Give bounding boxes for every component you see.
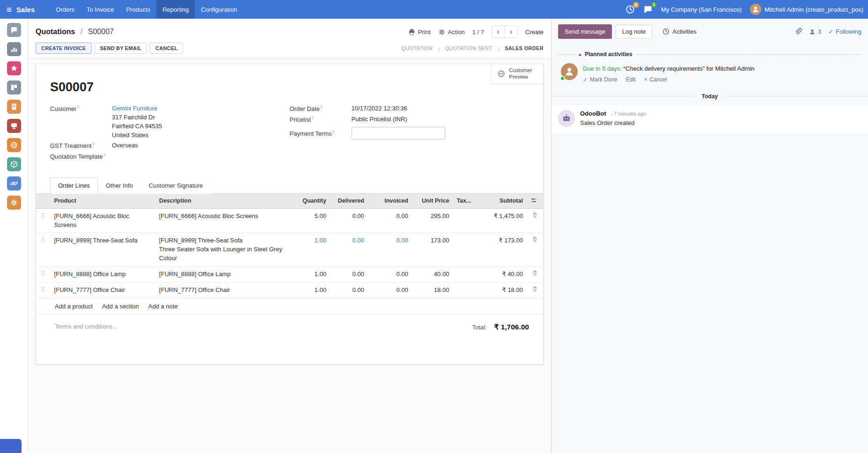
table-row[interactable]: [FURN_6666] Acoustic Bloc Screens [FURN_… [36, 208, 543, 233]
state-sales-order[interactable]: SALES ORDER [505, 45, 544, 51]
log-note-button[interactable]: Log note [616, 25, 653, 38]
mark-done-button[interactable]: ✓ Mark Done [583, 76, 618, 83]
invoiced-cell[interactable]: 0.00 [368, 233, 412, 267]
unit-price-cell[interactable]: 173.00 [412, 233, 453, 267]
add-section-link[interactable]: Add a section [102, 303, 139, 310]
apps-menu-toggle[interactable]: ≡ Sales [0, 0, 39, 19]
payment-terms-input[interactable] [352, 127, 445, 139]
edit-activity-button[interactable]: Edit [626, 76, 636, 83]
customer-link[interactable]: Gemini Furniture [112, 105, 157, 112]
sidebar-app-dashboards[interactable] [7, 42, 21, 56]
state-quotation-sent[interactable]: QUOTATION SENT [445, 45, 492, 51]
send-by-email-button[interactable]: SEND BY EMAIL [95, 43, 147, 54]
company-switcher[interactable]: My Company (San Francisco) [661, 6, 742, 13]
messages-systray-button[interactable]: 3 [643, 5, 653, 14]
unit-price-cell[interactable]: 295.00 [412, 208, 453, 233]
table-row[interactable]: [FURN_8999] Three-Seat Sofa [FURN_8999] … [36, 233, 543, 267]
gst-treatment-field-value[interactable]: Overseas [112, 142, 138, 149]
taxes-column-header[interactable]: Tax... [453, 194, 475, 209]
activities-systray-button[interactable]: 5 [625, 5, 635, 14]
breadcrumb-parent[interactable]: Quotations [36, 28, 75, 36]
quantity-cell[interactable]: 1.00 [296, 233, 330, 267]
quantity-column-header[interactable]: Quantity [296, 194, 330, 209]
quantity-cell[interactable]: 5.00 [296, 208, 330, 233]
order-date-field-value[interactable]: 10/17/2022 12:30:36 [352, 105, 407, 112]
product-column-header[interactable]: Product [51, 194, 155, 209]
customer-preview-button[interactable]: Customer Preview [491, 64, 543, 84]
drag-handle-icon[interactable] [36, 266, 51, 282]
sidebar-app-sales[interactable] [7, 80, 21, 95]
delete-row-button[interactable] [527, 208, 543, 233]
current-app-name[interactable]: Sales [16, 6, 35, 14]
description-cell[interactable]: [FURN_7777] Office Chair [155, 282, 296, 298]
description-cell[interactable]: [FURN_6666] Acoustic Bloc Screens [155, 208, 296, 233]
pricelist-field-value[interactable]: Public Pricelist (INR) [352, 116, 407, 123]
sidebar-app-inventory[interactable] [7, 157, 21, 171]
user-name[interactable]: Mitchell Admin (create_product_pos) [765, 6, 863, 13]
unit-price-cell[interactable]: 18.00 [412, 282, 453, 298]
delivered-cell[interactable]: 0.00 [330, 208, 368, 233]
description-cell[interactable]: [FURN_8888] Office Lamp [155, 266, 296, 282]
quantity-cell[interactable]: 1.00 [296, 282, 330, 298]
create-button[interactable]: Create [525, 29, 544, 36]
taxes-cell[interactable] [453, 266, 475, 282]
table-row[interactable]: [FURN_7777] Office Chair [FURN_7777] Off… [36, 282, 543, 298]
pager-next-button[interactable]: › [505, 26, 517, 37]
tab-order-lines[interactable]: Order Lines [50, 177, 98, 194]
cancel-button[interactable]: CANCEL [150, 43, 183, 54]
invoiced-cell[interactable]: 0.00 [368, 208, 412, 233]
product-cell[interactable]: [FURN_6666] Acoustic Bloc Screens [51, 208, 155, 233]
table-row[interactable]: [FURN_8888] Office Lamp [FURN_8888] Offi… [36, 266, 543, 282]
sidebar-app-website[interactable] [7, 138, 21, 152]
delivered-cell[interactable]: 0.00 [330, 282, 368, 298]
sidebar-bottom-widget[interactable] [0, 439, 22, 453]
menu-products[interactable]: Products [120, 0, 156, 19]
add-product-link[interactable]: Add a product [55, 303, 93, 310]
sidebar-app-invoicing[interactable] [7, 100, 21, 114]
menu-orders[interactable]: Orders [50, 0, 81, 19]
menu-to-invoice[interactable]: To Invoice [81, 0, 120, 19]
create-invoice-button[interactable]: CREATE INVOICE [36, 43, 92, 54]
delivered-column-header[interactable]: Delivered [330, 194, 368, 209]
drag-handle-icon[interactable] [36, 282, 51, 298]
sidebar-app-point-of-sale[interactable] [7, 119, 21, 133]
delete-row-button[interactable] [527, 266, 543, 282]
taxes-cell[interactable] [453, 208, 475, 233]
state-quotation[interactable]: QUOTATION [401, 45, 432, 51]
message-author[interactable]: OdooBot [580, 110, 606, 117]
description-cell[interactable]: [FURN_8999] Three-Seat Sofa Three Seater… [155, 233, 296, 267]
attach-files-button[interactable] [794, 28, 802, 36]
hamburger-icon[interactable]: ≡ [7, 5, 12, 14]
product-cell[interactable]: [FURN_8999] Three-Seat Sofa [51, 233, 155, 267]
unit-price-cell[interactable]: 40.00 [412, 266, 453, 282]
sidebar-app-crm[interactable] [7, 61, 21, 75]
invoiced-column-header[interactable]: Invoiced [368, 194, 412, 209]
menu-reporting[interactable]: Reporting [156, 0, 195, 19]
pager-previous-button[interactable]: ‹ [492, 26, 505, 37]
delete-row-button[interactable] [527, 282, 543, 298]
drag-handle-icon[interactable] [36, 233, 51, 267]
optional-columns-button[interactable] [527, 194, 543, 209]
taxes-cell[interactable] [453, 282, 475, 298]
schedule-activity-button[interactable]: Activities [660, 28, 699, 36]
drag-handle-icon[interactable] [36, 208, 51, 233]
quantity-cell[interactable]: 1.00 [296, 266, 330, 282]
delete-row-button[interactable] [527, 233, 543, 267]
planned-activities-toggle[interactable]: ▸ Planned activities [575, 51, 636, 58]
product-cell[interactable]: [FURN_8888] Office Lamp [51, 266, 155, 282]
action-button[interactable]: Action [438, 29, 465, 36]
subtotal-column-header[interactable]: Subtotal [476, 194, 527, 209]
send-message-button[interactable]: Send message [558, 24, 612, 39]
delivered-cell[interactable]: 0.00 [330, 233, 368, 267]
invoiced-cell[interactable]: 0.00 [368, 282, 412, 298]
taxes-cell[interactable] [453, 233, 475, 267]
menu-configuration[interactable]: Configuration [195, 0, 243, 19]
tab-other-info[interactable]: Other Info [98, 177, 141, 194]
sidebar-app-settings[interactable] [7, 196, 21, 210]
delivered-cell[interactable]: 0.00 [330, 266, 368, 282]
sidebar-app-discuss[interactable] [7, 23, 21, 37]
cancel-activity-button[interactable]: × Cancel [644, 76, 667, 83]
print-button[interactable]: Print [408, 29, 431, 36]
following-button[interactable]: ✓ Following [828, 28, 861, 35]
description-column-header[interactable]: Description [155, 194, 296, 209]
